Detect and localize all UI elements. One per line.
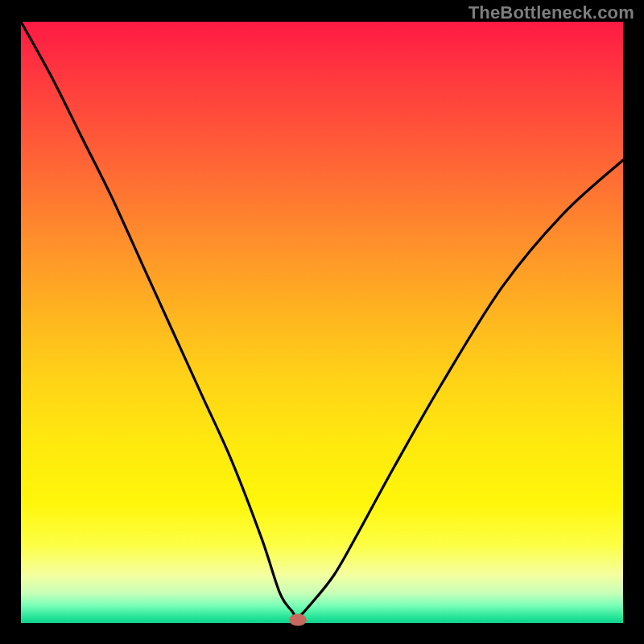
plot-area [21,22,623,623]
chart-frame: TheBottleneck.com [0,0,644,644]
watermark-text: TheBottleneck.com [469,2,634,23]
bottleneck-curve [21,22,623,623]
curve-path [21,22,623,617]
optimum-marker [289,613,307,625]
